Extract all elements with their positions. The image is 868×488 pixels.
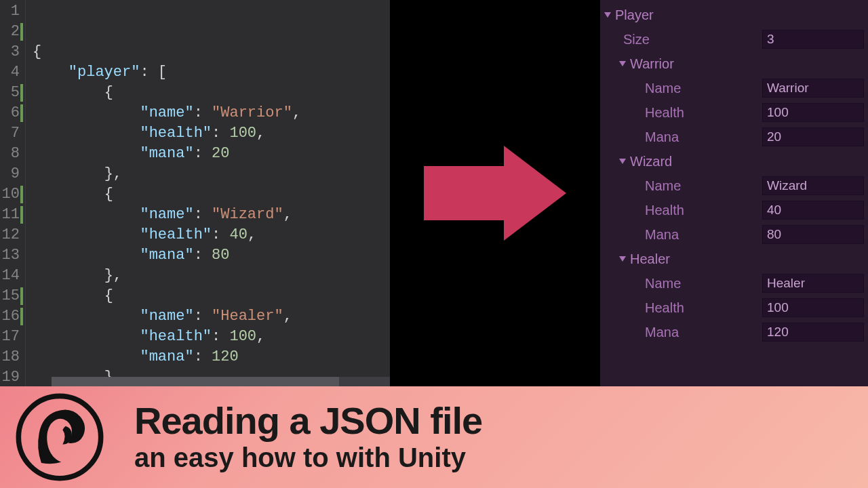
foldout-icon[interactable] bbox=[619, 256, 626, 262]
foldout-icon[interactable] bbox=[619, 159, 626, 164]
inspector-name-field[interactable]: Warrior bbox=[762, 79, 864, 98]
channel-logo-icon bbox=[12, 390, 107, 485]
foldout-icon[interactable] bbox=[619, 61, 626, 66]
inspector-health-label: Health bbox=[604, 203, 716, 218]
inspector-player-label: Player bbox=[615, 7, 654, 23]
banner-subtitle: an easy how to with Unity bbox=[134, 443, 482, 473]
inspector-item-header: Wizard bbox=[630, 154, 672, 169]
transition-panel bbox=[390, 0, 600, 386]
inspector-mana-label: Mana bbox=[604, 325, 716, 340]
inspector-name-label: Name bbox=[604, 81, 716, 96]
arrow-right-icon bbox=[424, 146, 566, 241]
title-banner: Reading a JSON file an easy how to with … bbox=[0, 386, 868, 488]
line-number-gutter: 12345678910111213141516171819 bbox=[0, 0, 26, 386]
inspector-item-header: Warrior bbox=[630, 56, 674, 72]
svg-point-0 bbox=[18, 396, 100, 478]
inspector-mana-label: Mana bbox=[604, 129, 716, 145]
inspector-health-label: Health bbox=[604, 105, 716, 121]
inspector-mana-field[interactable]: 80 bbox=[762, 225, 864, 244]
inspector-name-label: Name bbox=[604, 276, 716, 291]
inspector-health-field[interactable]: 100 bbox=[762, 103, 864, 122]
code-body[interactable]: { "player": [ { "name": "Warrior", "heal… bbox=[26, 0, 390, 386]
inspector-name-field[interactable]: Wizard bbox=[762, 176, 864, 195]
inspector-mana-field[interactable]: 20 bbox=[762, 127, 864, 146]
inspector-mana-field[interactable]: 120 bbox=[762, 323, 864, 342]
inspector-health-field[interactable]: 40 bbox=[762, 201, 864, 220]
inspector-mana-label: Mana bbox=[604, 227, 716, 243]
inspector-size-label: Size bbox=[604, 32, 716, 47]
horizontal-scrollbar[interactable] bbox=[52, 377, 390, 386]
inspector-health-label: Health bbox=[604, 300, 716, 316]
inspector-name-field[interactable]: Healer bbox=[762, 274, 864, 293]
banner-title: Reading a JSON file bbox=[134, 402, 482, 440]
inspector-name-label: Name bbox=[604, 178, 716, 194]
code-editor[interactable]: 12345678910111213141516171819 { "player"… bbox=[0, 0, 390, 386]
foldout-icon[interactable] bbox=[604, 12, 611, 18]
inspector-size-field[interactable]: 3 bbox=[762, 30, 864, 49]
inspector-item-header: Healer bbox=[630, 251, 670, 267]
unity-inspector[interactable]: PlayerSize3WarriorNameWarriorHealth100Ma… bbox=[600, 0, 868, 386]
inspector-health-field[interactable]: 100 bbox=[762, 298, 864, 317]
